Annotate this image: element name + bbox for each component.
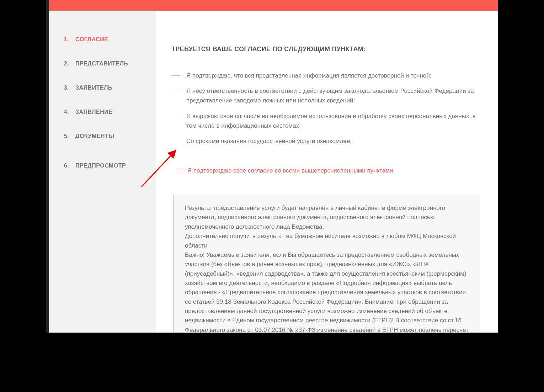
step-number: 4.: [63, 109, 69, 115]
step-number: 5.: [63, 133, 69, 139]
bullet-item: Я выражаю свое согласие на необходимое и…: [171, 111, 480, 131]
step-label: ПРЕДПРОСМОТР: [75, 163, 126, 169]
step-number: 2.: [63, 60, 69, 67]
consent-bullets: Я подтверждаю, что вся представленная ин…: [171, 71, 480, 146]
header-button[interactable]: [404, 0, 422, 2]
info-paragraph: Результат предоставление услуги будет на…: [185, 203, 469, 232]
sidebar-step-documents[interactable]: 5. ДОКУМЕНТЫ: [63, 133, 145, 139]
step-label: ЗАЯВИТЕЛЬ: [75, 85, 112, 91]
bullet-item: Я несу ответственность в соответствии с …: [171, 86, 480, 105]
consent-checkbox-row[interactable]: Я подтверждаю свое согласие со всеми выш…: [178, 167, 480, 174]
bullet-item: Со сроками оказания государственной услу…: [171, 136, 480, 146]
dash-icon: [171, 75, 180, 76]
info-paragraph: Дополнительно получить результат на бума…: [185, 232, 469, 250]
consent-label: Я подтверждаю свое согласие со всеми выш…: [187, 167, 393, 174]
app-window: 1. СОГЛАСИЕ 2. ПРЕДСТАВИТЕЛЬ 3. ЗАЯВИТЕЛ…: [46, 0, 498, 333]
sidebar-step-applicant[interactable]: 3. ЗАЯВИТЕЛЬ: [63, 85, 145, 91]
header-button[interactable]: [466, 0, 484, 2]
sidebar-step-consent[interactable]: 1. СОГЛАСИЕ: [63, 36, 145, 43]
consent-checkbox[interactable]: [178, 168, 183, 173]
consent-suffix: вышеперечисленными пунктами: [300, 167, 393, 174]
step-number: 6.: [63, 163, 69, 169]
main-content: ТРЕБУЕТСЯ ВАШЕ СОГЛАСИЕ ПО СЛЕДУЮЩИМ ПУН…: [156, 11, 498, 333]
dash-icon: [171, 141, 180, 141]
sidebar-step-representative[interactable]: 2. ПРЕДСТАВИТЕЛЬ: [63, 60, 145, 67]
sidebar-step-application[interactable]: 4. ЗАЯВЛЕНИЕ: [63, 109, 145, 115]
sidebar-separator: [75, 151, 143, 151]
step-number: 1.: [63, 36, 69, 43]
dash-icon: [171, 91, 180, 91]
sidebar-step-preview[interactable]: 6. ПРЕДПРОСМОТР: [63, 163, 145, 169]
header-button[interactable]: [445, 0, 463, 2]
step-label: ПРЕДСТАВИТЕЛЬ: [75, 60, 128, 67]
bullet-text: Со сроками оказания государственной услу…: [186, 136, 352, 146]
dash-icon: [171, 116, 180, 116]
consent-prefix: Я подтверждаю свое согласие: [187, 167, 274, 174]
bullet-text: Я подтверждаю, что вся представленная ин…: [186, 71, 432, 80]
sidebar: 1. СОГЛАСИЕ 2. ПРЕДСТАВИТЕЛЬ 3. ЗАЯВИТЕЛ…: [49, 11, 156, 333]
header-button[interactable]: [425, 0, 442, 2]
step-label: СОГЛАСИЕ: [75, 36, 108, 43]
step-label: ДОКУМЕНТЫ: [75, 133, 114, 139]
page-title: ТРЕБУЕТСЯ ВАШЕ СОГЛАСИЕ ПО СЛЕДУЮЩИМ ПУН…: [171, 46, 480, 53]
header-bar: [49, 0, 498, 11]
header-buttons-group: [404, 0, 484, 2]
bullet-text: Я несу ответственность в соответствии с …: [186, 86, 480, 105]
info-paragraph: Важно! Уважаемые заявители, если Вы обра…: [185, 250, 469, 333]
step-label: ЗАЯВЛЕНИЕ: [75, 109, 112, 115]
step-number: 3.: [63, 85, 69, 91]
bullet-item: Я подтверждаю, что вся представленная ин…: [171, 71, 480, 80]
bullet-text: Я выражаю свое согласие на необходимое и…: [186, 111, 480, 131]
consent-underline: со всеми: [274, 167, 300, 174]
info-block: Результат предоставление услуги будет на…: [173, 195, 480, 333]
content-container: 1. СОГЛАСИЕ 2. ПРЕДСТАВИТЕЛЬ 3. ЗАЯВИТЕЛ…: [49, 11, 498, 333]
